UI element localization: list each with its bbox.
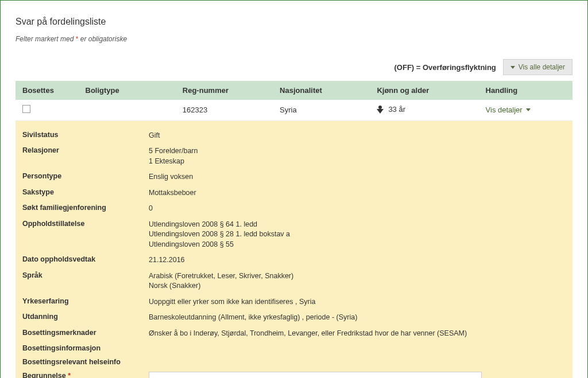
value-utdanning: Barneskoleutdanning (Allment, ikke yrkes… <box>149 313 357 323</box>
show-all-details-label: Vis alle detaljer <box>519 63 565 71</box>
bosettes-checkbox[interactable] <box>22 105 30 113</box>
value-merknader: Ønsker å bo i Inderøy, Stjørdal, Trondhe… <box>149 329 467 339</box>
label-opphold: Oppholdstillatelse <box>22 220 149 228</box>
detail-utdanning: Utdanning Barneskoleutdanning (Allment, … <box>22 310 566 326</box>
label-begrunnelse: Begrunnelse * <box>22 372 149 378</box>
sprak-line1: Arabisk (Foretrukket, Leser, Skriver, Sn… <box>149 271 293 282</box>
value-relasjoner: 5 Forelder/barn 1 Ekteskap <box>149 146 198 166</box>
header-boligtype: Boligtype <box>86 86 183 95</box>
label-familiegj: Søkt familiegjenforening <box>22 204 149 212</box>
value-sprak: Arabisk (Foretrukket, Leser, Skriver, Sn… <box>149 271 293 291</box>
label-sakstype: Sakstype <box>22 188 149 196</box>
label-sprak: Språk <box>22 271 149 279</box>
label-sivilstatus: Sivilstatus <box>22 131 149 139</box>
value-opphold: Utlendingsloven 2008 § 64 1. ledd Utlend… <box>149 220 290 250</box>
result-table: Bosettes Boligtype Reg-nummer Nasjonalit… <box>16 81 572 378</box>
header-handling: Handling <box>486 86 566 95</box>
value-persontype: Enslig voksen <box>149 172 193 182</box>
alder-value: 33 år <box>388 105 405 114</box>
header-kjonn-alder: Kjønn og alder <box>377 86 485 95</box>
subtitle-before: Felter markert med <box>16 35 76 43</box>
person-female-icon <box>377 106 384 114</box>
label-utdanning: Utdanning <box>22 313 149 321</box>
header-bosettes: Bosettes <box>22 86 86 95</box>
detail-merknader: Bosettingsmerknader Ønsker å bo i Inderø… <box>22 326 566 342</box>
value-sivilstatus: Gift <box>149 131 160 141</box>
regnr-cell: 162323 <box>183 106 280 114</box>
begrunnelse-input[interactable] <box>149 372 482 378</box>
detail-yrke: Yrkeserfaring Uoppgitt eller yrker som i… <box>22 294 566 310</box>
detail-sakstype: Sakstype Mottaksbeboer <box>22 185 566 201</box>
sprak-line2: Norsk (Snakker) <box>149 281 293 291</box>
detail-persontype: Persontype Enslig voksen <box>22 169 566 185</box>
label-persontype: Persontype <box>22 172 149 180</box>
relasjoner-line2: 1 Ekteskap <box>149 157 198 167</box>
kjonn-alder-cell: 33 år <box>377 105 405 114</box>
value-sakstype: Mottaksbeboer <box>149 188 196 198</box>
show-details-label: Vis detaljer <box>486 106 523 114</box>
value-yrke: Uoppgitt eller yrker som ikke kan identi… <box>149 297 315 307</box>
detail-helse: Bosettingsrelevant helseinfo <box>22 355 566 369</box>
required-hint: Felter markert med * er obligatoriske <box>16 35 572 43</box>
label-yrke: Yrkeserfaring <box>22 297 149 305</box>
chevron-down-icon <box>526 108 531 111</box>
header-nasjonalitet: Nasjonalitet <box>280 86 377 95</box>
show-details-button[interactable]: Vis detaljer <box>486 106 531 114</box>
details-panel: Sivilstatus Gift Relasjoner 5 Forelder/b… <box>16 121 572 379</box>
subtitle-after: er obligatoriske <box>78 35 127 43</box>
required-asterisk: * <box>68 372 71 378</box>
table-header: Bosettes Boligtype Reg-nummer Nasjonalit… <box>16 81 572 100</box>
detail-relasjoner: Relasjoner 5 Forelder/barn 1 Ekteskap <box>22 143 566 169</box>
relasjoner-line1: 5 Forelder/barn <box>149 146 198 157</box>
detail-dato: Dato oppholdsvedtak 21.12.2016 <box>22 252 566 268</box>
opphold-line2: Utlendingsloven 2008 § 28 1. ledd boksta… <box>149 229 290 240</box>
label-dato: Dato oppholdsvedtak <box>22 255 149 263</box>
detail-sivilstatus: Sivilstatus Gift <box>22 128 566 144</box>
detail-sprak: Språk Arabisk (Foretrukket, Leser, Skriv… <box>22 268 566 294</box>
show-all-details-button[interactable]: Vis alle detaljer <box>503 59 572 75</box>
opphold-line3: Utlendingsloven 2008 § 55 <box>149 240 290 250</box>
opphold-line1: Utlendingsloven 2008 § 64 1. ledd <box>149 220 290 230</box>
label-info: Bosettingsinformasjon <box>22 344 149 352</box>
label-relasjoner: Relasjoner <box>22 146 149 154</box>
label-merknader: Bosettingsmerknader <box>22 329 149 337</box>
label-helse: Bosettingsrelevant helseinfo <box>22 358 149 366</box>
nasjonalitet-cell: Syria <box>280 106 377 114</box>
header-regnr: Reg-nummer <box>183 86 280 95</box>
page-title: Svar på fordelingsliste <box>16 17 572 27</box>
detail-opphold: Oppholdstillatelse Utlendingsloven 2008 … <box>22 217 566 253</box>
detail-begrunnelse: Begrunnelse * <box>22 369 566 378</box>
off-legend: (OFF) = Overføringsflyktning <box>394 63 496 72</box>
detail-info: Bosettingsinformasjon <box>22 341 566 355</box>
value-familiegj: 0 <box>149 204 153 214</box>
toolbar: (OFF) = Overføringsflyktning Vis alle de… <box>16 59 572 75</box>
chevron-down-icon <box>510 66 515 69</box>
page-container: Svar på fordelingsliste Felter markert m… <box>0 0 588 378</box>
begrunnelse-text: Begrunnelse <box>22 372 66 378</box>
value-dato: 21.12.2016 <box>149 255 185 266</box>
table-row: 162323 Syria 33 år Vis detaljer <box>16 100 572 121</box>
detail-familiegj: Søkt familiegjenforening 0 <box>22 201 566 217</box>
